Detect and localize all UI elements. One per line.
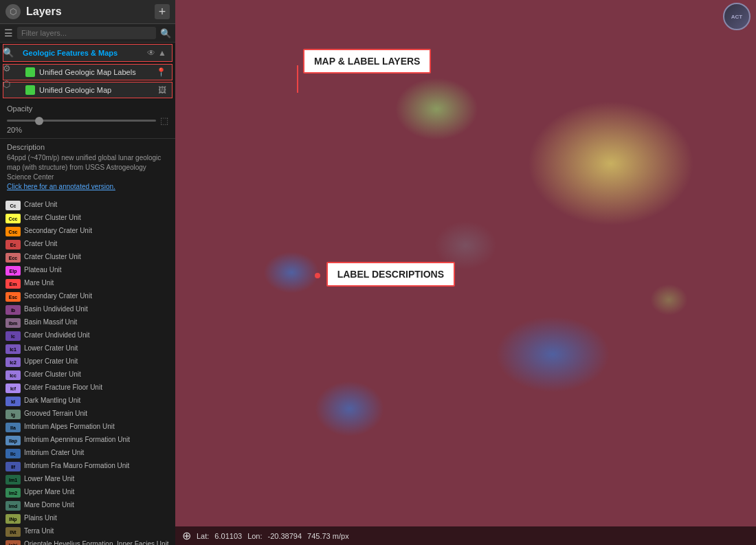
map-top-right-logo: ACT [718,0,756,33]
legend-item: Ibm Basin Massif Unit [4,316,171,329]
add-layer-button[interactable]: + [155,4,170,19]
legend-color-box: IIa [5,423,21,432]
legend-item-label: Grooved Terrain Unit [24,409,87,418]
legend-item-label: Terra Unit [24,526,54,535]
legend-item-label: Lower Crater Unit [24,344,78,353]
legend-color-box: Cc [5,201,21,210]
legend-item: Icf Crater Fracture Floor Unit [4,381,171,394]
legend-item-label: Dark Mantling Unit [24,396,80,405]
layer-image-icon[interactable]: 🖼 [158,85,166,95]
layers-icon[interactable]: ⬡ [3,79,14,89]
legend-item: IIc Imbrium Crater Unit [4,447,171,460]
legend-item: Ecc Crater Cluster Unit [4,251,171,264]
legend-color-box: Ibm [5,318,21,328]
legend-color-box: IIf [5,462,21,471]
legend-item-label: Crater Unit [24,239,57,248]
opacity-section: Opacity ⬚ 20% [0,99,175,138]
layer-pin-icon[interactable]: 📍 [156,67,166,77]
search-icon: 🔍 [160,28,171,38]
legend-item-label: Plateau Unit [24,265,61,274]
group-visibility-icon[interactable]: 👁 [147,48,155,58]
opacity-controls: ⬚ [7,115,168,126]
legend-color-box: Ec [5,240,21,249]
legend-item: Ccc Crater Cluster Unit [4,212,171,225]
legend-item-label: Lower Mare Unit [24,474,74,483]
legend-item: Im1 Lower Mare Unit [4,473,171,486]
sidebar: ⬡ Layers + ☰ 🔍 🔍 ⚙ ⬡ Geologic Features &… [0,0,175,545]
group-collapse-icon[interactable]: ▲ [158,48,166,58]
legend-item-label: Crater Cluster Unit [24,252,81,261]
legend-item: Ic1 Lower Crater Unit [4,342,171,355]
legend-item-label: Mare Dome Unit [24,500,74,509]
map-bottom-bar: ⊕ Lat: 6.01103 Lon: -20.38794 745.73 m/p… [175,526,756,545]
callout-dot-2 [315,273,320,278]
opacity-slider[interactable] [7,120,156,122]
opacity-icon: ⬚ [160,115,168,126]
legend-color-box: Imd [5,501,21,511]
settings-icon[interactable]: ⚙ [3,63,14,74]
legend-item-label: Crater Unit [24,200,57,209]
layer-item-labels[interactable]: Unified Geologic Map Labels 📍 [3,64,173,80]
legend-color-box: Ic1 [5,344,21,354]
left-tool-icons: 🔍 ⚙ ⬡ [0,45,16,92]
legend-item-label: Mare Unit [24,278,54,287]
legend-item: IIap Imbrium Apenninus Formation Unit [4,434,171,447]
legend-item: Im2 Upper Mare Unit [4,486,171,499]
zoom-in-icon[interactable]: 🔍 [3,47,14,58]
legend-color-box: Icf [5,383,21,393]
legend-item-label: Secondary Crater Unit [24,226,92,235]
layer-group-header[interactable]: Geologic Features & Maps 👁 ▲ [3,44,173,62]
legend-color-box: Ic [5,331,21,341]
usgs-logo: ACT [723,3,751,30]
legend-item-label: Crater Cluster Unit [24,370,81,379]
legend-item: IIa Imbrium Alpes Formation Unit [4,421,171,434]
map-background [175,0,756,545]
sidebar-logo-icon: ⬡ [5,4,21,19]
legend-item: Imd Mare Dome Unit [4,499,171,512]
legend-color-box: IIc [5,449,21,458]
legend-color-box: EIp [5,266,21,276]
legend-item: Ib Basin Undivided Unit [4,303,171,316]
search-input[interactable] [17,27,156,39]
sidebar-title: Layers [26,5,149,18]
callout-line-1 [297,65,298,93]
legend-color-box: Ic2 [5,357,21,367]
map-area[interactable]: MAP & LABEL LAYERS LABEL DESCRIPTIONS AC… [175,0,756,545]
legend-item-label: Imbrium Crater Unit [24,448,84,457]
description-link[interactable]: Click here for an annotated version. [7,183,115,190]
legend-item-label: Crater Cluster Unit [24,213,81,222]
scale-value: 745.73 m/px [307,532,349,540]
legend-color-box: Em [5,279,21,289]
legend-item: Ec Crater Unit [4,238,171,251]
sidebar-header: ⬡ Layers + [0,0,175,24]
legend-item-label: Secondary Crater Unit [24,291,92,300]
legend-item-label: Orientale Hevelius Formation, Inner Faci… [24,540,169,545]
layer-label-text: Unified Geologic Map Labels [39,68,156,76]
lat-label: Lat: [197,532,209,540]
legend-item: Csc Secondary Crater Unit [4,225,171,238]
legend-color-box: INt [5,527,21,537]
description-label: Description [7,143,168,151]
legend-item-label: Imbrium Apenninus Formation Unit [24,435,130,444]
legend-item-label: Upper Mare Unit [24,487,74,496]
legend-item-label: Imbrium Fra Mauro Formation Unit [24,461,129,470]
legend-item-label: Basin Undivided Unit [24,304,88,313]
callout-map-label-layers: MAP & LABEL LAYERS [303,49,432,74]
description-text: 64ppd (~470m/p) new unified global lunar… [7,153,168,192]
layer-color-map [25,85,35,95]
legend-item: EIp Plateau Unit [4,264,171,277]
lon-label: Lon: [247,532,262,540]
menu-icon[interactable]: ☰ [4,27,13,38]
opacity-value: 20% [7,126,168,134]
callout-label-descriptions: LABEL DESCRIPTIONS [326,262,455,287]
layer-item-map[interactable]: Unified Geologic Map 🖼 [3,82,173,98]
group-label: Geologic Features & Maps [23,49,147,57]
legend-item: Ic Crater Undivided Unit [4,329,171,342]
opacity-label: Opacity [7,104,168,113]
legend-color-box: Iohi [5,540,21,545]
legend-color-box: Ib [5,305,21,315]
legend-item: INp Plains Unit [4,512,171,525]
sidebar-toolbar: ☰ 🔍 [0,24,175,43]
legend-item: Ig Grooved Terrain Unit [4,408,171,421]
legend-item: Em Mare Unit [4,277,171,290]
